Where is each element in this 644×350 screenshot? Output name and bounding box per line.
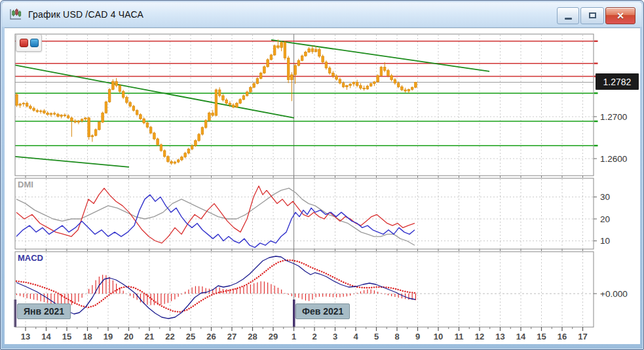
close-button[interactable]: ✕ [605, 7, 635, 24]
window-titlebar[interactable]: График USD /CAD 4 ЧАСА ✕ [2, 2, 642, 27]
date-label: 19 [104, 332, 113, 341]
date-label: 27 [227, 332, 237, 341]
trendline [271, 40, 489, 71]
chart-toolbar [16, 34, 42, 52]
date-label: 21 [145, 332, 154, 341]
date-label: 11 [455, 332, 464, 341]
chart-surface: 1.27001.2600302010+0.0001314151819202122… [5, 28, 640, 344]
maximize-button[interactable] [580, 7, 604, 24]
date-label: 2 [312, 332, 316, 341]
red-marker-button[interactable] [20, 39, 28, 47]
dmi-tick-label: 20 [600, 214, 610, 224]
price-panel[interactable] [15, 39, 594, 167]
minimize-button[interactable] [557, 7, 579, 24]
current-price-badge: 1.2782 [596, 73, 639, 90]
chart-canvas[interactable]: 1.27001.2600302010+0.0001314151819202122… [5, 28, 640, 345]
dmi-panel[interactable] [16, 186, 415, 248]
date-label: 20 [124, 332, 133, 341]
window-controls: ✕ [557, 7, 635, 24]
date-label: 28 [248, 332, 257, 341]
price-tick-label: 1.2600 [600, 154, 627, 164]
date-label: 12 [475, 332, 484, 341]
date-label: 29 [269, 332, 278, 341]
maximize-icon [589, 12, 596, 18]
date-label: 4 [353, 332, 358, 341]
app-window: График USD /CAD 4 ЧАСА ✕ 1.27001.2600302… [0, 0, 644, 350]
date-label: 10 [434, 332, 443, 341]
minus-di-line [16, 195, 415, 248]
date-label: 26 [206, 332, 216, 341]
date-label: 5 [374, 332, 379, 341]
month-label-feb: Фев 2021 [295, 303, 350, 319]
date-label: 15 [62, 332, 71, 341]
trendline [15, 157, 129, 167]
close-icon: ✕ [606, 8, 635, 24]
month-label-jan: Янв 2021 [17, 303, 71, 319]
date-label: 15 [537, 332, 546, 341]
macd-tick-label: +0.000 [600, 289, 628, 299]
dmi-tick-label: 10 [600, 236, 610, 246]
date-label: 25 [186, 332, 195, 341]
window-title: График USD /CAD 4 ЧАСА [28, 9, 143, 20]
month-start-bar-feb [293, 300, 295, 327]
price-tick-label: 1.2700 [600, 112, 627, 122]
macd-panel-title: MACD [18, 253, 43, 263]
blue-marker-button[interactable] [30, 39, 39, 47]
candlestick-chart-icon [9, 8, 23, 21]
date-label: 14 [41, 332, 51, 341]
dmi-panel-title: DMI [18, 180, 33, 189]
date-label: 13 [495, 332, 504, 341]
date-label: 13 [21, 332, 30, 341]
date-label: 14 [516, 332, 526, 341]
plus-di-line [16, 186, 415, 243]
dmi-tick-label: 30 [600, 192, 610, 202]
date-label: 8 [394, 332, 399, 341]
date-label: 9 [415, 332, 420, 341]
date-label: 18 [83, 332, 92, 341]
date-label: 1 [292, 332, 296, 341]
date-label: 17 [578, 332, 587, 341]
date-label: 3 [333, 332, 337, 341]
date-label: 16 [558, 332, 567, 341]
minimize-icon [565, 18, 572, 20]
date-label: 22 [165, 332, 174, 341]
